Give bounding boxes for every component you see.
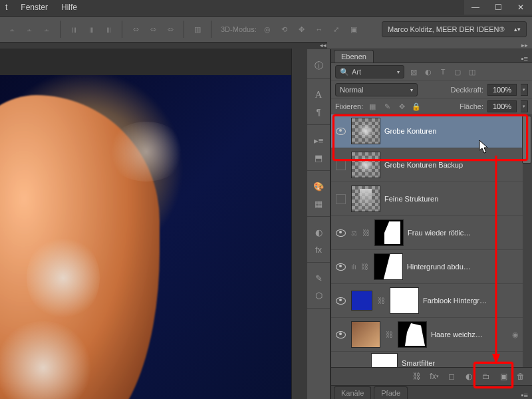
layer-name[interactable]: Farblook Hintergr…	[423, 297, 487, 305]
layer-row-grobe-konturen-backup[interactable]: Grobe Konturen Backup	[331, 148, 532, 182]
new-adjustment-icon[interactable]: ◐	[463, 370, 475, 382]
opacity-input[interactable]: 100%	[487, 84, 517, 96]
scrollbar-thumb[interactable]	[522, 116, 531, 164]
layer-fx-icon[interactable]: fx▾	[428, 370, 440, 382]
lock-all-icon[interactable]: 🔒	[411, 101, 422, 112]
link-mask-icon[interactable]: ⛓	[360, 262, 370, 271]
auto-align-icon[interactable]: ▥	[191, 23, 204, 36]
3d-camera-icon[interactable]: ▣	[347, 23, 360, 36]
filter-adjust-icon[interactable]: ◐	[423, 66, 434, 77]
smartfilter-row[interactable]: Smartfilter	[331, 352, 532, 367]
menu-fenster[interactable]: Fenster	[21, 3, 48, 12]
visibility-toggle[interactable]	[334, 216, 347, 249]
delete-layer-icon[interactable]: 🗑	[515, 370, 527, 382]
dock-collapse-right[interactable]: ▸▸	[327, 42, 532, 49]
layer-row-grobe-konturen[interactable]: Grobe Konturen	[331, 114, 532, 148]
3d-pan-icon[interactable]: ✥	[295, 23, 309, 36]
info-panel-icon[interactable]: ⓘ	[311, 59, 326, 73]
paragraph-panel-icon[interactable]: ¶	[311, 104, 326, 119]
visibility-toggle[interactable]	[334, 148, 347, 182]
3d-scale-icon[interactable]: ⤢	[330, 23, 343, 36]
filter-shape-icon[interactable]: ▢	[452, 66, 463, 77]
layer-mask-thumbnail[interactable]	[374, 253, 403, 280]
smartfilter-mask-thumbnail[interactable]	[371, 353, 398, 367]
history-panel-icon[interactable]: ⬒	[311, 150, 326, 165]
filter-smart-icon[interactable]: ◫	[467, 66, 477, 77]
layer-row-feine-strukturen[interactable]: Feine Strukturen	[331, 182, 532, 216]
tab-pfade[interactable]: Pfade	[374, 386, 408, 399]
color-panel-icon[interactable]: 🎨	[311, 179, 326, 194]
menu-hilfe[interactable]: Hilfe	[61, 3, 77, 12]
layer-name[interactable]: Frau wieder rötlic…	[408, 229, 471, 237]
layer-mask-thumbnail[interactable]	[398, 321, 427, 348]
visibility-toggle[interactable]	[334, 284, 347, 317]
new-group-icon[interactable]: 🗀	[480, 370, 492, 382]
window-close[interactable]: ✕	[509, 0, 532, 15]
lock-transparency-icon[interactable]: ▦	[367, 101, 378, 112]
link-mask-icon[interactable]: ⛓	[361, 228, 370, 237]
styles-panel-icon[interactable]: fx	[311, 242, 326, 257]
space-3-icon[interactable]: ⬄	[164, 23, 177, 36]
window-minimize[interactable]: —	[464, 0, 487, 15]
lock-position-icon[interactable]: ✥	[396, 101, 407, 112]
space-v-icon[interactable]: ⬄	[146, 23, 160, 36]
actions-panel-icon[interactable]: ▸≡	[311, 133, 326, 148]
layer-name[interactable]: Hintergrund abdu…	[407, 263, 471, 271]
fill-flyout[interactable]: ▾	[521, 100, 528, 112]
filter-pixel-icon[interactable]: ▧	[408, 66, 419, 77]
add-mask-icon[interactable]: ◻	[446, 370, 458, 382]
document-canvas[interactable]	[0, 49, 292, 399]
3d-orbit-icon[interactable]: ◎	[261, 23, 274, 36]
distribute-3-icon[interactable]: ⫼	[102, 23, 115, 36]
tab-ebenen[interactable]: Ebenen	[334, 50, 374, 63]
layer-row-frau-roetlich[interactable]: ⚖ ⛓ Frau wieder rötlic…	[331, 216, 532, 250]
menu-cut[interactable]: t	[5, 3, 7, 12]
opacity-flyout[interactable]: ▾	[521, 84, 528, 96]
blend-mode-dropdown[interactable]: Normal ▾	[335, 83, 418, 96]
distribute-v-icon[interactable]: ⫼	[84, 23, 98, 36]
lock-pixels-icon[interactable]: ✎	[382, 101, 392, 112]
adjustments-panel-icon[interactable]: ◐	[311, 225, 326, 239]
3d-slide-icon[interactable]: ↔	[313, 23, 326, 36]
layer-mask-thumbnail[interactable]	[374, 219, 404, 246]
brushpresets-panel-icon[interactable]: ⬡	[311, 288, 326, 303]
space-h-icon[interactable]: ⬄	[129, 23, 142, 36]
link-mask-icon[interactable]: ⛓	[376, 296, 386, 305]
layer-thumbnail[interactable]	[351, 321, 380, 348]
new-layer-icon[interactable]: ▣	[497, 370, 509, 382]
layer-name[interactable]: Haare weichz…	[431, 331, 483, 338]
fill-input[interactable]: 100%	[487, 100, 517, 112]
link-layers-icon[interactable]: ⛓	[411, 370, 423, 382]
tab-kanaele[interactable]: Kanäle	[334, 386, 371, 399]
character-panel-icon[interactable]: A	[311, 87, 326, 102]
align-center-icon[interactable]: ⫠	[23, 23, 36, 36]
layer-thumbnail[interactable]	[351, 118, 380, 144]
workspace-dropdown[interactable]: Marco Kolditz, MEER DER IDEEN® ▴▾	[382, 21, 527, 37]
layer-mask-thumbnail[interactable]	[390, 287, 419, 314]
window-maximize[interactable]: ☐	[487, 0, 509, 15]
visibility-toggle[interactable]	[334, 318, 347, 351]
swatches-panel-icon[interactable]: ▦	[311, 196, 326, 211]
panel-menu-icon[interactable]: ▪≡	[521, 391, 528, 399]
distribute-h-icon[interactable]: ⫼	[67, 23, 80, 36]
layer-row-farblook-hintergrund[interactable]: ⛓ Farblook Hintergr…	[331, 284, 532, 318]
visibility-toggle[interactable]	[334, 114, 347, 148]
visibility-toggle[interactable]	[334, 250, 347, 283]
filter-type-icon[interactable]: T	[438, 66, 448, 77]
layer-row-hintergrund-abdunkeln[interactable]: ılı ⛓ Hintergrund abdu…	[331, 250, 532, 284]
layer-thumbnail[interactable]	[351, 186, 380, 212]
brush-panel-icon[interactable]: ✎	[311, 271, 326, 285]
layer-row-haare-weichzeichnen[interactable]: ⛓ Haare weichz… ◉	[331, 318, 532, 352]
visibility-toggle[interactable]	[334, 182, 347, 215]
layer-name[interactable]: Grobe Konturen	[384, 127, 436, 135]
layer-thumbnail[interactable]	[351, 152, 380, 178]
link-mask-icon[interactable]: ⛓	[384, 330, 394, 339]
panel-menu-icon[interactable]: ▪≡	[521, 55, 528, 63]
layer-name[interactable]: Feine Strukturen	[384, 195, 438, 203]
layer-name[interactable]: Grobe Konturen Backup	[384, 161, 463, 169]
3d-roll-icon[interactable]: ⟲	[278, 23, 291, 36]
layer-thumbnail[interactable]	[351, 291, 372, 311]
align-right-icon[interactable]: ⫠	[40, 23, 53, 36]
align-left-icon[interactable]: ⫠	[5, 23, 19, 36]
dock-collapse-left[interactable]: ◂◂	[196, 42, 331, 49]
